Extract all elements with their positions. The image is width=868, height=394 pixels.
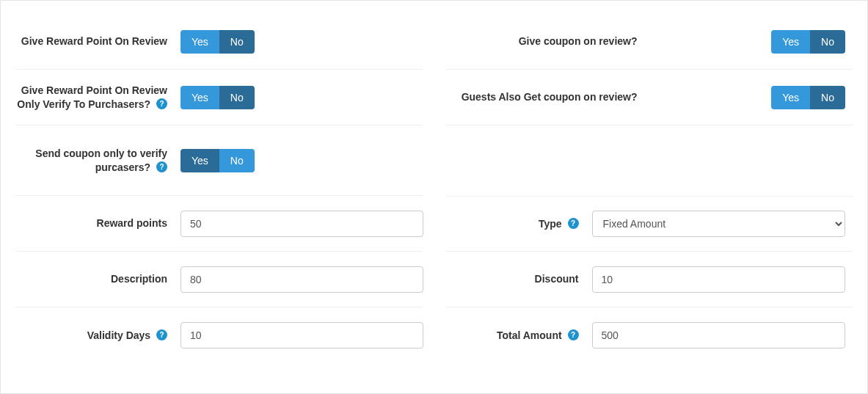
label-discount: Discount	[445, 272, 592, 286]
label-reward-verify: Give Reward Point On Review Only Verify …	[15, 84, 180, 112]
toggle-no[interactable]: No	[219, 86, 255, 109]
label-reward-on-review: Give Reward Point On Review	[15, 34, 180, 48]
control-total-amount	[592, 322, 853, 349]
toggle-coupon-on-review: Yes No	[771, 30, 845, 54]
row-reward-points: Reward points	[15, 196, 423, 252]
toggle-yes[interactable]: Yes	[771, 86, 810, 109]
label-guests-coupon: Guests Also Get coupon on review?	[445, 90, 651, 104]
label-text: Description	[111, 273, 167, 285]
row-type: Type ? Fixed Amount	[445, 196, 853, 252]
control-type: Fixed Amount	[592, 211, 853, 237]
toggle-no[interactable]: No	[219, 149, 255, 172]
toggle-reward-verify: Yes No	[180, 86, 255, 109]
input-total-amount[interactable]	[592, 322, 845, 349]
label-text: Discount	[535, 273, 579, 285]
toggle-yes[interactable]: Yes	[180, 30, 219, 54]
toggle-reward-on-review: Yes No	[180, 30, 255, 54]
control-reward-on-review: Yes No	[180, 30, 423, 54]
control-guests-coupon: Yes No	[651, 86, 853, 109]
help-icon[interactable]: ?	[156, 98, 167, 109]
control-coupon-verify: Yes No	[180, 149, 423, 172]
input-validity-days[interactable]	[180, 322, 423, 349]
control-reward-points	[180, 211, 423, 237]
input-reward-points[interactable]	[180, 211, 423, 237]
row-total-amount: Total Amount ?	[445, 307, 853, 363]
label-total-amount: Total Amount ?	[445, 329, 592, 343]
input-discount[interactable]	[592, 266, 845, 293]
settings-panel: Give Reward Point On Review Yes No Give …	[0, 0, 868, 394]
label-text: Guests Also Get coupon on review?	[462, 91, 638, 103]
control-reward-verify: Yes No	[180, 86, 423, 109]
row-coupon-verify: Send coupon only to verify purcasers? ? …	[15, 125, 423, 196]
row-reward-verify: Give Reward Point On Review Only Verify …	[15, 70, 423, 125]
label-text: Give Reward Point On Review Only Verify …	[17, 84, 167, 110]
spacer-row	[445, 125, 853, 196]
control-description	[180, 266, 423, 293]
label-validity-days: Validity Days ?	[15, 329, 180, 343]
label-reward-points: Reward points	[15, 216, 180, 230]
label-text: Total Amount	[497, 329, 562, 341]
label-description: Description	[15, 272, 180, 286]
label-text: Validity Days	[87, 329, 150, 341]
row-reward-on-review: Give Reward Point On Review Yes No	[15, 14, 423, 70]
select-type[interactable]: Fixed Amount	[592, 211, 845, 237]
help-icon[interactable]: ?	[568, 329, 579, 340]
help-icon[interactable]: ?	[568, 218, 579, 229]
toggle-no[interactable]: No	[219, 30, 255, 54]
control-discount	[592, 266, 853, 293]
label-text: Reward points	[97, 217, 167, 229]
label-text: Send coupon only to verify purcasers?	[35, 147, 167, 173]
toggle-no[interactable]: No	[810, 86, 845, 109]
label-text: Give coupon on review?	[519, 35, 638, 47]
row-coupon-on-review: Give coupon on review? Yes No	[445, 14, 853, 70]
help-icon[interactable]: ?	[156, 329, 167, 340]
toggle-no[interactable]: No	[810, 30, 845, 54]
control-validity-days	[180, 322, 423, 349]
right-column: Give coupon on review? Yes No Guests Als…	[445, 14, 853, 363]
label-type: Type ?	[445, 217, 592, 231]
row-description: Description	[15, 252, 423, 307]
control-coupon-on-review: Yes No	[651, 30, 853, 54]
toggle-yes[interactable]: Yes	[180, 86, 219, 109]
label-coupon-on-review: Give coupon on review?	[445, 34, 651, 48]
left-column: Give Reward Point On Review Yes No Give …	[15, 14, 423, 363]
label-text: Give Reward Point On Review	[21, 35, 167, 47]
toggle-yes[interactable]: Yes	[771, 30, 810, 54]
toggle-guests-coupon: Yes No	[771, 86, 845, 109]
label-coupon-verify: Send coupon only to verify purcasers? ?	[15, 147, 180, 175]
row-validity-days: Validity Days ?	[15, 307, 423, 363]
row-guests-coupon: Guests Also Get coupon on review? Yes No	[445, 70, 853, 125]
columns: Give Reward Point On Review Yes No Give …	[15, 14, 853, 363]
help-icon[interactable]: ?	[156, 161, 167, 172]
row-discount: Discount	[445, 252, 853, 307]
toggle-coupon-verify: Yes No	[180, 149, 255, 172]
input-description[interactable]	[180, 266, 423, 293]
toggle-yes[interactable]: Yes	[180, 149, 219, 172]
label-text: Type	[539, 218, 562, 230]
